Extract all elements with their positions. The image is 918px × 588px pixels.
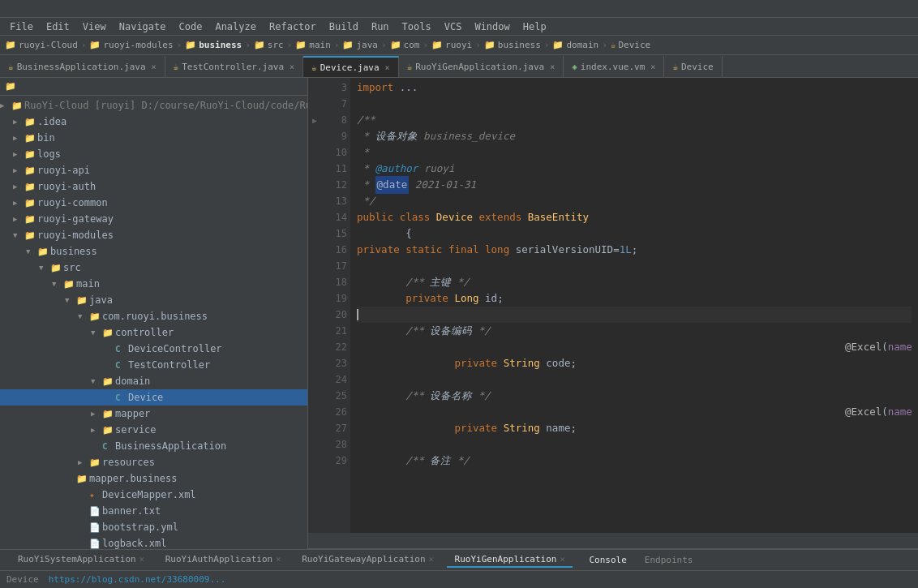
code-line (357, 96, 912, 112)
tree-item[interactable]: ▶📁logs (0, 146, 307, 162)
bottom-tab-console[interactable]: Console (582, 553, 633, 567)
tree-item[interactable]: ▼📁src (0, 260, 307, 276)
menu-item-tools[interactable]: Tools (396, 19, 438, 34)
run-tab-ruoyigatewayapplication[interactable]: RuoYiGatewayApplication × (294, 552, 441, 568)
breadcrumb-item-business[interactable]: 📁business (484, 40, 541, 50)
menu-item-vcs[interactable]: VCS (438, 19, 469, 34)
breadcrumb-item-domain[interactable]: 📁domain (552, 40, 598, 50)
breadcrumb-item-src[interactable]: 📁src (254, 40, 284, 50)
tab-close-button[interactable]: × (650, 62, 655, 71)
tab-close-button[interactable]: × (550, 62, 555, 71)
gutter-icon (308, 177, 321, 193)
menu-item-build[interactable]: Build (323, 19, 365, 34)
tree-item[interactable]: ▼📁business (0, 243, 307, 260)
menu-item-analyze[interactable]: Analyze (208, 19, 263, 34)
sidebar: 📁 ▶📁RuoYi-Cloud [ruoyi] D:/course/RuoYi-… (0, 78, 308, 549)
tree-item[interactable]: ▶📁ruoyi-common (0, 195, 307, 211)
breadcrumb-item-ruoyi-modules[interactable]: 📁ruoyi-modules (89, 40, 173, 50)
tab-Device-java[interactable]: ☕Device.java× (303, 56, 399, 77)
run-tab-close[interactable]: × (139, 555, 144, 564)
tree-item[interactable]: CDevice (0, 389, 307, 406)
tree-item[interactable]: ▼📁controller (0, 324, 307, 341)
file-tree[interactable]: ▶📁RuoYi-Cloud [ruoyi] D:/course/RuoYi-Cl… (0, 96, 307, 549)
tree-item[interactable]: ▶📁bin (0, 130, 307, 146)
tabs-bar[interactable]: ☕BusinessApplication.java×☕TestControlle… (0, 55, 918, 78)
tree-label: logs (37, 148, 61, 160)
tree-label: logback.xml (102, 538, 166, 549)
breadcrumb-item-main[interactable]: 📁main (295, 40, 331, 50)
tab-close-button[interactable]: × (152, 62, 157, 71)
tree-item[interactable]: CBusinessApplication (0, 438, 307, 454)
folder-icon: 📁 (24, 182, 37, 192)
tree-item[interactable]: ▶📁resources (0, 454, 307, 470)
gutter-icon (308, 404, 321, 420)
tab-TestController-java[interactable]: ☕TestController.java× (165, 56, 304, 77)
tree-item[interactable]: CDeviceController (0, 341, 307, 357)
tree-item[interactable]: ✦DeviceMapper.xml (0, 487, 307, 503)
tab-BusinessApplication-java[interactable]: ☕BusinessApplication.java× (0, 56, 165, 77)
tree-item[interactable]: ▼📁domain (0, 373, 307, 389)
tree-item[interactable]: ▼📁java (0, 292, 307, 308)
tree-arrow: ▼ (91, 328, 102, 337)
editor[interactable]: ▶ 37891011121314151617181920212223242526… (308, 78, 918, 549)
menu-item-run[interactable]: Run (365, 19, 396, 34)
menu-item-file[interactable]: File (3, 19, 40, 34)
run-tab-close[interactable]: × (560, 555, 564, 564)
run-tab-close[interactable]: × (276, 555, 281, 564)
tab-RuoYiGenApplication-java[interactable]: ☕RuoYiGenApplication.java× (399, 56, 564, 77)
run-tab-ruoyisystemapplication[interactable]: RuoYiSystemApplication × (10, 552, 152, 568)
menu-item-help[interactable]: Help (517, 19, 553, 34)
tree-item[interactable]: ▶📁.idea (0, 114, 307, 130)
menu-item-refactor[interactable]: Refactor (263, 19, 323, 34)
run-tab-close[interactable]: × (429, 555, 434, 564)
tree-item[interactable]: ▶📁service (0, 422, 307, 438)
menu-item-view[interactable]: View (76, 19, 113, 34)
tree-item[interactable]: ▼📁main (0, 276, 307, 292)
tab-index-vue-vm[interactable]: ◈index.vue.vm× (564, 56, 664, 77)
menu-item-window[interactable]: Window (468, 19, 516, 34)
tree-item[interactable]: ▼📁com.ruoyi.business (0, 308, 307, 324)
tab-Device[interactable]: ☕Device (664, 56, 722, 77)
line-number: 18 (324, 274, 347, 290)
tree-item[interactable]: 📁mapper.business (0, 470, 307, 487)
folder-icon: 📁 (24, 149, 37, 160)
tree-item[interactable]: ▶📁RuoYi-Cloud [ruoyi] D:/course/RuoYi-Cl… (0, 97, 307, 114)
tree-item[interactable]: CTestController (0, 357, 307, 373)
tree-item[interactable]: 📄bootstrap.yml (0, 519, 307, 535)
code-token: 备注 (430, 453, 451, 469)
breadcrumb-item-com[interactable]: 📁com (390, 40, 420, 50)
bottom-tab-endpoints[interactable]: Endpoints (638, 553, 700, 567)
run-bar[interactable]: RuoYiSystemApplication ×RuoYiAuthApplica… (0, 549, 918, 570)
tree-label: ruoyi-api (37, 165, 90, 176)
code-area[interactable]: import .../** * 设备对象 business_device * *… (350, 78, 918, 533)
folder-icon: 📁 (342, 40, 354, 50)
tree-item[interactable]: ▶📁ruoyi-auth (0, 178, 307, 195)
code-token: ... (400, 79, 418, 96)
code-line: public class Device extends BaseEntity (357, 209, 912, 225)
code-line: */ (357, 193, 912, 209)
code-token: /** (357, 112, 375, 128)
breadcrumb-item-ruoyi[interactable]: 📁ruoyi (431, 40, 472, 50)
tree-item[interactable]: 📄logback.xml (0, 535, 307, 549)
line-number: 20 (324, 307, 347, 323)
breadcrumb-item-business[interactable]: 📁business (185, 40, 242, 50)
tab-close-button[interactable]: × (385, 63, 390, 72)
menu-item-navigate[interactable]: Navigate (113, 19, 173, 34)
menu-item-edit[interactable]: Edit (40, 19, 76, 34)
tree-item[interactable]: 📄banner.txt (0, 503, 307, 519)
tree-item[interactable]: ▶📁ruoyi-api (0, 162, 307, 178)
breadcrumb-item-Device[interactable]: ☕Device (611, 40, 650, 50)
tab-close-button[interactable]: × (290, 62, 294, 71)
tree-item[interactable]: ▶📁ruoyi-gateway (0, 211, 307, 227)
menu-item-code[interactable]: Code (173, 19, 209, 34)
code-token: */ (451, 453, 470, 469)
run-tab-ruoyiauthapplication[interactable]: RuoYiAuthApplication × (157, 552, 289, 568)
gutter-icon (308, 339, 321, 355)
gutter-icon (308, 209, 321, 225)
breadcrumb-item-ruoyi-Cloud[interactable]: 📁ruoyi-Cloud (5, 40, 78, 50)
breadcrumb-item-java[interactable]: 📁java (342, 40, 378, 50)
tree-item[interactable]: ▼📁ruoyi-modules (0, 227, 307, 243)
run-tab-ruoyigenapplication[interactable]: RuoYiGenApplication × (447, 552, 573, 568)
line-number: 12 (324, 177, 347, 193)
tree-item[interactable]: ▶📁mapper (0, 406, 307, 422)
